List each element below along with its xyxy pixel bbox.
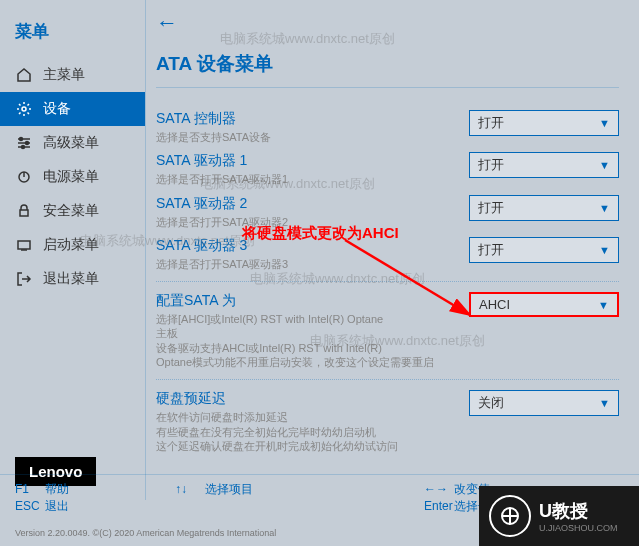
setting-desc: 主板 [156,326,469,340]
setting-desc: 选择是否打开SATA驱动器1 [156,172,469,186]
select-value: 打开 [478,156,504,174]
lr-key: ←→ [424,482,454,496]
home-icon [15,66,33,84]
sata-drive3-select[interactable]: 打开 ▼ [469,237,619,263]
sidebar-item-label: 启动菜单 [43,236,99,254]
svg-rect-6 [18,241,30,249]
svg-rect-5 [20,210,28,216]
setting-sata-controller: SATA 控制器 选择是否支持SATA设备 打开 ▼ [156,108,619,146]
arrows-key: ↑↓ [175,482,205,496]
esc-key: ESC [15,499,45,513]
select-value: 打开 [478,114,504,132]
f1-key: F1 [15,482,45,496]
sidebar-item-power[interactable]: 电源菜单 [0,160,145,194]
setting-label: SATA 控制器 [156,110,469,128]
setting-label: SATA 驱动器 3 [156,237,469,255]
boot-icon [15,236,33,254]
sidebar-title: 菜单 [0,10,145,58]
lock-icon [15,202,33,220]
setting-desc: 设备驱动支持AHCI或Intel(R) RST with Intel(R) [156,341,469,355]
ujiaoshou-sub: U.JIAOSHOU.COM [539,523,618,533]
select-value: 打开 [478,241,504,259]
f1-label: 帮助 [45,482,69,496]
sidebar-item-label: 主菜单 [43,66,85,84]
chevron-down-icon: ▼ [599,397,610,409]
chevron-down-icon: ▼ [599,159,610,171]
sliders-icon [15,134,33,152]
ujiaoshou-badge: U教授 U.JIAOSHOU.COM [479,486,639,546]
sata-drive2-select[interactable]: 打开 ▼ [469,195,619,221]
setting-desc: 选择是否打开SATA驱动器2 [156,215,469,229]
page-title: ATA 设备菜单 [156,51,619,88]
sidebar-item-label: 安全菜单 [43,202,99,220]
setting-hdd-predelay: 硬盘预延迟 在软件访问硬盘时添加延迟 有些硬盘在没有完全初始化完毕时幼幼启动机 … [156,388,619,455]
sidebar-item-main[interactable]: 主菜单 [0,58,145,92]
setting-sata-drive2: SATA 驱动器 2 选择是否打开SATA驱动器2 打开 ▼ [156,193,619,231]
select-value: 打开 [478,199,504,217]
chevron-down-icon: ▼ [599,202,610,214]
svg-point-0 [22,107,26,111]
sidebar-item-advanced[interactable]: 高级菜单 [0,126,145,160]
arrows-label: 选择项目 [205,482,253,496]
sidebar-item-device[interactable]: 设备 [0,92,145,126]
setting-desc: 有些硬盘在没有完全初始化完毕时幼幼启动机 [156,425,469,439]
hdd-predelay-select[interactable]: 关闭 ▼ [469,390,619,416]
setting-desc: 选择是否打开SATA驱动器3 [156,257,469,271]
setting-label: 配置SATA 为 [156,292,469,310]
copyright: Version 2.20.0049. ©(C) 2020 American Me… [15,528,276,538]
setting-desc: 选择是否支持SATA设备 [156,130,469,144]
setting-desc: Optane模式功能不用重启动安装，改变这个设定需要重启 [156,355,469,369]
ujiaoshou-icon [489,495,531,537]
select-value: AHCI [479,297,510,312]
ujiaoshou-brand: U教授 [539,499,618,523]
sata-controller-select[interactable]: 打开 ▼ [469,110,619,136]
sidebar-item-security[interactable]: 安全菜单 [0,194,145,228]
sata-drive1-select[interactable]: 打开 ▼ [469,152,619,178]
enter-key: Enter [424,499,454,513]
sidebar-item-exit[interactable]: 退出菜单 [0,262,145,296]
setting-label: SATA 驱动器 1 [156,152,469,170]
exit-icon [15,270,33,288]
setting-sata-drive3: SATA 驱动器 3 选择是否打开SATA驱动器3 打开 ▼ [156,235,619,273]
svg-point-3 [22,146,25,149]
esc-label: 退出 [45,499,69,513]
chevron-down-icon: ▼ [599,117,610,129]
setting-label: SATA 驱动器 2 [156,195,469,213]
sidebar-item-label: 设备 [43,100,71,118]
sidebar-item-label: 电源菜单 [43,168,99,186]
main-panel: ← ATA 设备菜单 SATA 控制器 选择是否支持SATA设备 打开 ▼ SA… [145,0,639,500]
chevron-down-icon: ▼ [599,244,610,256]
sidebar-item-label: 高级菜单 [43,134,99,152]
setting-configure-sata: 配置SATA 为 选择[AHCI]或Intel(R) RST with Inte… [156,290,619,371]
sidebar-item-label: 退出菜单 [43,270,99,288]
divider [156,281,619,282]
setting-sata-drive1: SATA 驱动器 1 选择是否打开SATA驱动器1 打开 ▼ [156,150,619,188]
setting-desc: 这个延迟确认硬盘在开机时完成初始化幼幼试访问 [156,439,469,453]
back-button[interactable]: ← [156,10,178,36]
power-icon [15,168,33,186]
gear-icon [15,100,33,118]
select-value: 关闭 [478,394,504,412]
svg-point-1 [20,138,23,141]
setting-desc: 在软件访问硬盘时添加延迟 [156,410,469,424]
divider [156,379,619,380]
configure-sata-select[interactable]: AHCI ▼ [469,292,619,317]
svg-point-2 [26,142,29,145]
sidebar: 菜单 主菜单 设备 高级菜单 电源菜单 安全菜单 启动菜单 退出菜单 [0,0,145,500]
setting-desc: 选择[AHCI]或Intel(R) RST with Intel(R) Opta… [156,312,469,326]
setting-label: 硬盘预延迟 [156,390,469,408]
sidebar-item-boot[interactable]: 启动菜单 [0,228,145,262]
chevron-down-icon: ▼ [598,299,609,311]
